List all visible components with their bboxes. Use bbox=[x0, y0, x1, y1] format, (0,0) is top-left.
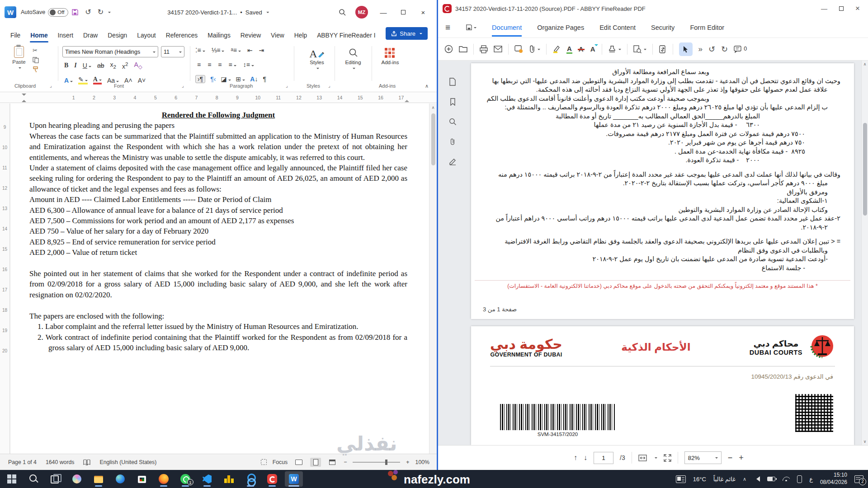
attachment-icon[interactable] bbox=[529, 45, 540, 53]
abbyy-save-icon[interactable] bbox=[466, 24, 476, 31]
abbyy-maximize-button[interactable] bbox=[839, 6, 844, 11]
print-icon[interactable] bbox=[480, 45, 488, 53]
word-maximize-button[interactable] bbox=[394, 5, 412, 20]
ribbon-tab[interactable]: Draw bbox=[78, 28, 103, 42]
borders-button[interactable]: ⊞ bbox=[236, 76, 245, 82]
weather-widget-icon[interactable] bbox=[676, 475, 686, 483]
pages-panel-icon[interactable] bbox=[449, 78, 456, 86]
abbyy-close-button[interactable]: × bbox=[855, 4, 860, 13]
taskbar-app[interactable] bbox=[155, 471, 173, 487]
comment-icon[interactable] bbox=[514, 45, 523, 53]
saved-caret-icon[interactable] bbox=[267, 12, 269, 14]
open-file-icon[interactable] bbox=[459, 45, 467, 53]
increase-indent-button[interactable]: ⇥ bbox=[259, 47, 264, 53]
taskbar-app[interactable] bbox=[68, 471, 86, 487]
abbyy-scrollbar[interactable]: ∧ ∨ bbox=[861, 61, 868, 445]
wifi-icon[interactable] bbox=[783, 477, 790, 481]
scroll-thumb[interactable] bbox=[431, 113, 435, 165]
fit-mode-caret-icon[interactable] bbox=[655, 457, 657, 460]
add-pages-icon[interactable] bbox=[444, 45, 453, 53]
scroll-thumb[interactable] bbox=[863, 123, 867, 216]
ribbon-tab[interactable]: Mailings bbox=[203, 28, 236, 42]
abbyy-tab[interactable]: Security bbox=[651, 19, 675, 37]
focus-mode-button[interactable]: Focus bbox=[273, 459, 288, 465]
word-count[interactable]: 1640 words bbox=[46, 459, 75, 465]
editing-button[interactable]: Editing bbox=[338, 48, 368, 70]
clock[interactable]: 15:10 08/04/2026 bbox=[820, 472, 847, 486]
bullets-button[interactable]: ⁚≡ bbox=[195, 47, 205, 53]
document-page[interactable]: Rendered the Following JudgmentUpon hear… bbox=[10, 103, 429, 454]
ribbon-tab[interactable]: View bbox=[266, 28, 289, 42]
convert-document-icon[interactable] bbox=[659, 45, 667, 53]
numbering-button[interactable]: ⅓≡ bbox=[212, 47, 225, 53]
superscript-button[interactable]: x2 bbox=[122, 61, 128, 70]
fit-width-icon[interactable] bbox=[638, 455, 647, 461]
proofing-icon[interactable] bbox=[83, 459, 90, 465]
subscript-button[interactable]: x2 bbox=[110, 61, 116, 69]
page-number-input[interactable] bbox=[594, 452, 613, 464]
vertical-ruler[interactable]: 91011121314151617181920 bbox=[0, 103, 10, 454]
keyboard-language-indicator[interactable]: ع bbox=[809, 476, 813, 483]
search-document-icon[interactable] bbox=[633, 45, 646, 53]
change-case-button[interactable]: Aa bbox=[107, 77, 119, 84]
abbyy-undo-icon[interactable]: ↺ bbox=[708, 45, 715, 53]
zoom-level[interactable]: 100% bbox=[415, 459, 429, 465]
align-center-button[interactable]: ≡ bbox=[208, 61, 211, 68]
abbyy-tab[interactable]: Organize Pages bbox=[537, 19, 584, 37]
grow-font-button[interactable]: A˄ bbox=[124, 77, 132, 84]
copy-icon[interactable] bbox=[33, 57, 39, 63]
attachments-panel-icon[interactable] bbox=[450, 138, 455, 145]
previous-page-icon[interactable]: ↑ bbox=[574, 454, 577, 462]
taskbar-app[interactable] bbox=[241, 471, 259, 487]
show-hide-marks-button[interactable]: ¶ bbox=[263, 76, 266, 82]
email-icon[interactable] bbox=[494, 46, 502, 52]
line-spacing-button[interactable]: ↕≡ bbox=[243, 61, 254, 68]
word-scrollbar[interactable]: ∧ bbox=[429, 103, 437, 454]
abbyy-redo-icon[interactable]: ↻ bbox=[721, 45, 728, 53]
addins-button[interactable]: Add-ins bbox=[375, 48, 405, 65]
taskbar-app[interactable] bbox=[3, 471, 21, 487]
undo-icon[interactable]: ↺ bbox=[85, 9, 91, 16]
styles-dialog-launcher-icon[interactable]: ⌟ bbox=[328, 83, 330, 88]
read-mode-button[interactable] bbox=[293, 458, 304, 467]
select-tool-button[interactable] bbox=[679, 42, 693, 56]
hanging-indent-marker[interactable] bbox=[22, 98, 26, 102]
scroll-up-icon[interactable]: ∧ bbox=[429, 103, 437, 110]
signature-panel-icon[interactable] bbox=[449, 158, 457, 165]
align-left-button[interactable]: ≡ bbox=[197, 61, 201, 68]
volume-icon[interactable] bbox=[754, 476, 760, 482]
phone-link-icon[interactable] bbox=[797, 475, 802, 483]
justify-button[interactable]: ≡ bbox=[229, 61, 236, 68]
ribbon-tab[interactable]: ABBYY FineReader I bbox=[312, 28, 380, 42]
ribbon-tab[interactable]: Layout bbox=[132, 28, 160, 42]
user-avatar[interactable]: MZ bbox=[355, 6, 368, 19]
taskbar-app[interactable] bbox=[220, 471, 238, 487]
taskbar-app[interactable] bbox=[198, 471, 216, 487]
abbyy-tab[interactable]: Form Editor bbox=[690, 19, 724, 37]
weather-condition[interactable]: غائم غالباً bbox=[713, 476, 736, 483]
save-icon[interactable] bbox=[71, 9, 79, 16]
zoom-select[interactable]: 82% bbox=[684, 451, 722, 464]
search-icon[interactable] bbox=[339, 9, 346, 16]
abbyy-tab[interactable]: Edit Content bbox=[599, 19, 636, 37]
ribbon-tab[interactable]: Help bbox=[289, 28, 312, 42]
hidden-icons-chevron-icon[interactable]: ∧ bbox=[743, 476, 746, 482]
zoom-slider[interactable] bbox=[353, 462, 400, 463]
font-name-select[interactable]: Times New Roman (Headings bbox=[62, 46, 158, 57]
zoom-slider-thumb[interactable] bbox=[385, 460, 387, 465]
autosave-toggle[interactable]: Off bbox=[48, 8, 68, 17]
page-indicator[interactable]: Page 1 of 4 bbox=[8, 459, 37, 465]
styles-button[interactable]: A Styles bbox=[299, 48, 335, 70]
ribbon-tab[interactable]: Insert bbox=[53, 28, 79, 42]
ribbon-tab[interactable]: Home bbox=[25, 28, 52, 42]
taskbar-app[interactable]: 1 bbox=[176, 471, 194, 487]
share-button[interactable]: Share bbox=[386, 27, 428, 40]
clear-formatting-button[interactable]: A◇ bbox=[134, 61, 142, 69]
italic-button[interactable]: I bbox=[74, 62, 76, 69]
shrink-font-button[interactable]: A˅ bbox=[138, 77, 146, 84]
rtl-paragraph-button[interactable]: ¶‹ bbox=[210, 76, 216, 82]
text-effects-button[interactable]: A bbox=[64, 77, 73, 84]
abbyy-tab[interactable]: Document bbox=[492, 19, 522, 37]
comments-panel-icon[interactable]: 0 bbox=[734, 46, 747, 53]
hamburger-menu-icon[interactable]: ≡ bbox=[445, 23, 450, 33]
